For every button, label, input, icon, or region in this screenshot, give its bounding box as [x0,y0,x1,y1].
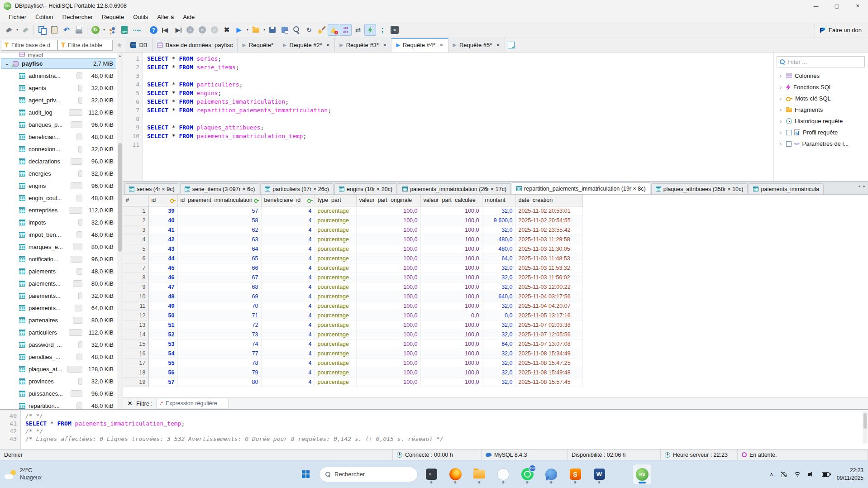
export-csv-icon[interactable] [119,24,130,36]
grid-cell[interactable]: 32,0 [482,349,515,358]
grid-cell[interactable]: pourcentage [315,206,356,215]
tree-item-table-connexion[interactable]: connexion...32,0 KiB [0,143,123,155]
query-tab-db[interactable]: DB [126,38,152,52]
close-button-icon[interactable] [389,24,401,36]
tree-item-table-particuliers[interactable]: particuliers112,0 KiB [0,326,123,339]
bind-params-icon[interactable] [364,24,376,36]
taskbar-app-whiteapp[interactable] [494,464,512,484]
taskbar-app-heidisql[interactable]: HS [633,464,651,484]
grid-cell[interactable]: pourcentage [315,282,356,292]
grid-cell[interactable]: 51 [148,320,177,330]
menu-item-dition[interactable]: Édition [31,13,57,21]
grid-cell[interactable]: 45 [148,263,177,273]
code-line[interactable] [147,140,773,149]
grid-cell[interactable]: 2025-11-08 15:34:49 [515,349,582,358]
grid-cell[interactable]: pourcentage [315,225,356,234]
code-line[interactable]: SELECT * FROM engins; [147,89,773,97]
grid-cell[interactable]: 100,0 [356,273,420,282]
tree-item-table-administra[interactable]: administra...48,0 KiB [0,70,123,82]
grid-cell[interactable]: 2025-11-02 20:54:55 [515,215,582,225]
code-line[interactable]: SELECT * FROM paiements_immatriculation_… [147,132,773,140]
grid-cell[interactable]: pourcentage [315,234,356,244]
grid-cell[interactable]: 68 [177,282,261,292]
table-filter-input[interactable]: Filtre de table [57,40,113,51]
grid-cell[interactable]: pourcentage [315,244,356,254]
grid-cell[interactable]: 78 [177,358,261,368]
grid-cell[interactable]: 53 [148,339,177,349]
refresh-icon[interactable] [90,24,101,36]
menu-item-requ-te[interactable]: Requête [98,13,128,21]
grid-cell[interactable]: 100,0 [420,244,482,254]
result-tab-paiements-immatriculation-26r-17c[interactable]: paiements_immatriculation (26r × 17c) [398,183,511,194]
grid-cell[interactable]: 74 [177,339,261,349]
result-tab-paiements-immatricula[interactable]: paiements_immatricula [749,183,824,194]
scrollbar-thumb[interactable] [118,143,122,252]
menu-item-aller[interactable]: Aller à [153,13,178,21]
grid-cell[interactable]: 4 [261,301,315,311]
grid-cell[interactable]: 2025-11-08 15:57:45 [515,377,582,387]
grid-cell[interactable]: 100,0 [420,273,482,282]
grid-cell[interactable]: 4 [261,234,315,244]
grid-cell[interactable]: 15 [123,339,148,349]
grid-cell[interactable]: 42 [148,234,177,244]
grid-cell[interactable]: 32,0 [482,282,515,292]
column-header-[interactable]: # [123,195,148,206]
grid-cell[interactable]: 2025-11-04 03:17:56 [515,292,582,301]
grid-cell[interactable]: pourcentage [315,263,356,273]
grid-cell[interactable]: 100,0 [356,358,420,368]
helper-item-historique-requ-te[interactable]: ›Historique requête [773,115,868,127]
minimize-button[interactable]: — [806,0,826,12]
maximize-button[interactable]: ▢ [826,0,847,12]
chevron-down-icon[interactable]: ⌄ [5,61,10,67]
undo-icon[interactable] [61,24,72,36]
grid-cell[interactable]: 39 [148,206,177,215]
editor-code[interactable]: SELECT * FROM series;SELECT * FROM serie… [143,53,773,181]
chevron-right-icon[interactable]: › [780,95,783,102]
grid-cell[interactable]: 32,0 [482,358,515,368]
grid-cell[interactable]: pourcentage [315,339,356,349]
grid-cell[interactable]: 100,0 [420,234,482,244]
close-tab-icon[interactable]: ✕ [326,43,330,48]
grid-cell[interactable]: 4 [261,349,315,358]
log-scrollbar[interactable] [863,411,868,443]
grid-cell[interactable]: pourcentage [315,254,356,263]
column-header-id-paiement-immatriculation[interactable]: id_paiement_immatriculation [177,195,261,206]
chevron-right-icon[interactable]: › [780,84,783,91]
tree-item-table-declarations[interactable]: declarations96,0 KiB [0,155,123,167]
grid-cell[interactable]: 2025-11-07 02:03:38 [515,320,582,330]
grid-cell[interactable]: 4 [261,358,315,368]
post-edit-icon[interactable] [209,24,220,36]
grid-cell[interactable]: 8 [123,273,148,282]
grid-cell[interactable]: pourcentage [315,311,356,320]
tree-item-table-notificatio[interactable]: notificatio...96,0 KiB [0,253,123,265]
code-line[interactable]: SELECT * FROM serie_items; [147,63,773,72]
grid-cell[interactable]: 4 [261,244,315,254]
grid-cell[interactable]: 480,0 [482,234,515,244]
tree-item-table-penalties[interactable]: penalties_...48,0 KiB [0,351,123,363]
grid-cell[interactable]: 64,0 [482,254,515,263]
code-line[interactable] [147,72,773,80]
code-line[interactable]: /* */ [25,427,868,435]
grid-cell[interactable]: 41 [148,225,177,234]
log-code[interactable]: /* */SELECT * FROM paiements_immatricula… [21,410,868,449]
result-filter-input[interactable]: .* Expression régulière [157,399,229,408]
tree-item-table-paiements[interactable]: paiements...64,0 KiB [0,302,123,314]
sidebar-scrollbar[interactable]: ▲ [117,53,123,409]
grid-cell[interactable]: 69 [177,292,261,301]
grid-cell[interactable]: pourcentage [315,273,356,282]
grid-cell[interactable]: 4 [123,234,148,244]
grid-cell[interactable]: pourcentage [315,349,356,358]
helper-item-param-tres-de-l[interactable]: ›</>Paramètres de l... [773,138,868,149]
grid-cell[interactable]: pourcentage [315,215,356,225]
grid-cell[interactable]: 100,0 [356,320,420,330]
grid-cell[interactable]: 4 [261,254,315,263]
grid-cell[interactable]: 100,0 [420,330,482,339]
grid-cell[interactable]: 14 [123,330,148,339]
sql-editor[interactable]: 1234567891011 SELECT * FROM series;SELEC… [123,53,773,181]
column-header-valeur-part-calculee[interactable]: valeur_part_calculee [420,195,482,206]
code-line[interactable]: /* */ [25,412,868,420]
grid-cell[interactable]: pourcentage [315,368,356,377]
code-line[interactable]: SELECT * FROM repartition_paiements_imma… [147,106,773,115]
grid-cell[interactable]: 100,0 [420,301,482,311]
grid-cell[interactable]: 58 [177,215,261,225]
